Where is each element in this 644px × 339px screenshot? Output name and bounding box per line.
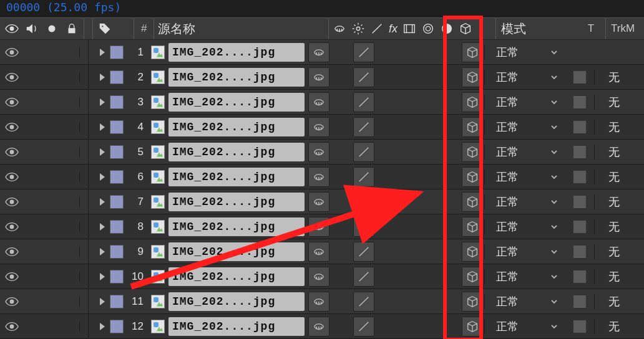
fx-toggle[interactable] [376,42,397,62]
collapse-toggle[interactable] [331,267,352,287]
quality-toggle[interactable] [353,67,374,87]
preserve-transparency-toggle[interactable] [565,245,594,259]
motion-blur-toggle[interactable] [418,317,439,337]
twirl-arrow[interactable] [89,148,107,156]
quality-toggle[interactable] [353,242,374,262]
source-name-header[interactable]: 源名称 [154,21,328,37]
frame-blend-toggle[interactable] [397,117,418,137]
collapse-toggle[interactable] [331,42,352,62]
eye-icon[interactable] [5,24,19,34]
collapse-toggle[interactable] [331,242,352,262]
label-color-cell[interactable] [80,40,89,64]
eye-icon[interactable] [5,222,19,232]
adjustment-toggle[interactable] [439,317,461,337]
fx-toggle[interactable] [376,92,397,112]
eye-icon[interactable] [5,172,19,182]
blend-mode-dropdown[interactable]: 正常 [484,269,565,284]
blend-mode-dropdown[interactable]: 正常 [484,70,565,85]
blend-mode-dropdown[interactable]: 正常 [484,294,565,309]
collapse-toggle[interactable] [331,217,352,237]
blend-mode-dropdown[interactable]: 正常 [484,45,565,60]
fx-toggle[interactable] [376,242,397,262]
shy-toggle[interactable] [308,67,329,87]
quality-toggle[interactable] [353,142,374,162]
collapse-toggle[interactable] [331,117,352,137]
adjustment-toggle[interactable] [439,167,461,187]
adjustment-toggle[interactable] [439,42,461,62]
quality-toggle[interactable] [353,167,374,187]
shy-toggle[interactable] [308,292,329,312]
fx-toggle[interactable] [376,192,397,212]
blend-mode-dropdown[interactable]: 正常 [484,319,565,334]
motion-blur-toggle[interactable] [418,167,439,187]
fx-icon[interactable]: fx [389,22,398,36]
label-color-cell[interactable] [80,165,89,189]
twirl-arrow[interactable] [89,323,107,330]
color-chip[interactable] [107,170,126,184]
track-matte-dropdown[interactable]: 无 [594,269,633,284]
quality-toggle[interactable] [353,42,374,62]
motion-blur-toggle[interactable] [418,192,439,212]
twirl-arrow[interactable] [89,74,107,81]
preserve-transparency-toggle[interactable] [565,320,594,333]
cube-3d-toggle[interactable] [462,142,483,162]
shy-toggle[interactable] [308,142,329,162]
track-matte-dropdown[interactable]: 无 [594,170,633,184]
label-color-cell[interactable] [80,140,89,164]
quality-toggle[interactable] [353,192,374,212]
cube-3d-toggle[interactable] [462,42,483,62]
label-color-cell[interactable] [80,90,89,114]
shy-toggle[interactable] [308,167,329,187]
collapse-toggle[interactable] [331,167,352,187]
cube-3d-toggle[interactable] [462,117,483,137]
fx-toggle[interactable] [376,292,397,312]
cube-3d-toggle[interactable] [462,217,483,237]
frame-blend-toggle[interactable] [397,67,418,87]
collapse-toggle[interactable] [331,292,352,312]
track-matte-dropdown[interactable]: 无 [594,319,633,334]
frame-blend-toggle[interactable] [397,192,418,212]
track-matte-dropdown[interactable]: 无 [594,194,633,209]
fx-toggle[interactable] [376,117,397,137]
blend-mode-dropdown[interactable]: 正常 [484,145,565,160]
color-chip[interactable] [107,45,126,59]
frame-blend-toggle[interactable] [397,167,418,187]
color-chip[interactable] [107,220,126,234]
collapse-toggle[interactable] [331,92,352,112]
layer-row[interactable]: 1 IMG_202....jpg 正常 [0,40,644,65]
fx-toggle[interactable] [376,142,397,162]
motion-blur-toggle[interactable] [418,292,439,312]
layer-row[interactable]: 11 IMG_202....jpg 正常 无 [0,289,644,314]
color-chip[interactable] [107,245,126,259]
track-matte-dropdown[interactable]: 无 [594,294,633,309]
quality-toggle[interactable] [353,117,374,137]
color-chip[interactable] [107,145,126,159]
motion-blur-icon[interactable] [421,22,435,36]
layer-row[interactable]: 7 IMG_202....jpg 正常 无 [0,189,644,214]
label-color-cell[interactable] [80,289,89,313]
frame-blend-toggle[interactable] [397,42,418,62]
eye-icon[interactable] [5,122,19,132]
label-color-cell[interactable] [80,189,89,214]
layer-row[interactable]: 6 IMG_202....jpg 正常 无 [0,165,644,189]
blend-mode-dropdown[interactable]: 正常 [484,95,565,110]
quality-toggle[interactable] [353,292,374,312]
adjustment-toggle[interactable] [439,292,461,312]
trk-header[interactable]: TrkM [611,22,635,35]
preserve-transparency-toggle[interactable] [565,145,594,159]
shy-toggle[interactable] [308,117,329,137]
shy-toggle[interactable] [308,267,329,287]
color-chip[interactable] [107,270,126,284]
quality-icon[interactable] [370,22,384,36]
fx-toggle[interactable] [376,267,397,287]
eye-icon[interactable] [5,97,19,107]
frame-blend-toggle[interactable] [397,317,418,337]
cube-3d-toggle[interactable] [462,92,483,112]
track-matte-dropdown[interactable]: 无 [594,70,633,85]
collapse-toggle[interactable] [331,142,352,162]
preserve-transparency-toggle[interactable] [565,195,594,209]
source-name[interactable]: IMG_202....jpg [168,317,305,336]
motion-blur-toggle[interactable] [418,217,439,237]
frame-blend-toggle[interactable] [397,242,418,262]
source-name[interactable]: IMG_202....jpg [168,217,305,236]
